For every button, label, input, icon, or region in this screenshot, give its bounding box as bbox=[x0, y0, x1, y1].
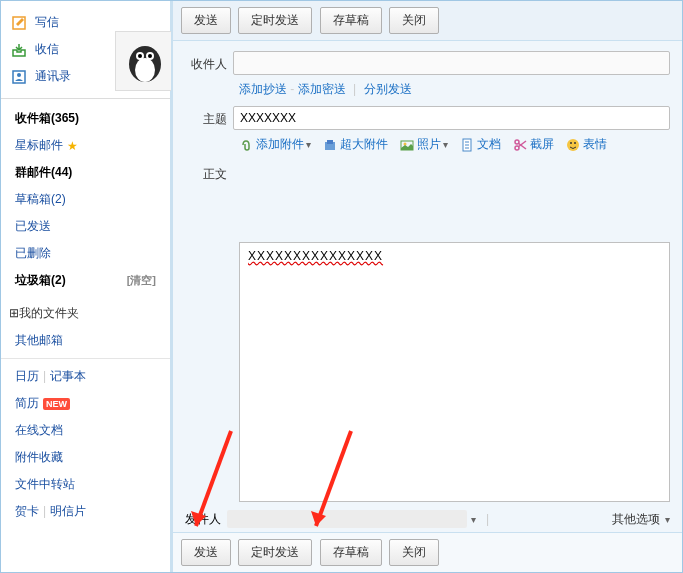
emoji-button[interactable]: 表情 bbox=[566, 136, 607, 153]
sidebar-item-cards[interactable]: 贺卡|明信片 bbox=[1, 498, 170, 525]
save-draft-button-bottom[interactable]: 存草稿 bbox=[320, 539, 382, 566]
send-button-bottom[interactable]: 发送 bbox=[181, 539, 231, 566]
screenshot-button[interactable]: 截屏 bbox=[513, 136, 554, 153]
plus-icon: ⊞ bbox=[9, 306, 19, 320]
svg-point-22 bbox=[570, 142, 572, 144]
star-icon: ★ bbox=[67, 139, 78, 153]
save-draft-button[interactable]: 存草稿 bbox=[320, 7, 382, 34]
compose-label: 写信 bbox=[35, 14, 59, 31]
avatar-placeholder bbox=[115, 31, 175, 91]
sidebar-item-drafts[interactable]: 草稿箱(2) bbox=[1, 186, 170, 213]
paperclip-icon bbox=[239, 138, 253, 152]
big-attachment-icon bbox=[323, 138, 337, 152]
contacts-label: 通讯录 bbox=[35, 68, 71, 85]
svg-point-8 bbox=[148, 54, 152, 58]
timed-send-button[interactable]: 定时发送 bbox=[238, 7, 312, 34]
sidebar-item-file-station[interactable]: 文件中转站 bbox=[1, 471, 170, 498]
chevron-down-icon: ▾ bbox=[665, 514, 670, 525]
subject-label: 主题 bbox=[185, 106, 233, 128]
sender-select[interactable] bbox=[227, 510, 467, 528]
sidebar-item-other-mailbox[interactable]: 其他邮箱 bbox=[1, 327, 170, 354]
body-text: XXXXXXXXXXXXXXX bbox=[248, 249, 383, 263]
chevron-down-icon: ▾ bbox=[306, 139, 311, 150]
svg-point-2 bbox=[17, 73, 21, 77]
close-button-bottom[interactable]: 关闭 bbox=[389, 539, 439, 566]
timed-send-button-bottom[interactable]: 定时发送 bbox=[238, 539, 312, 566]
sidebar-item-inbox[interactable]: 收件箱(365) bbox=[1, 105, 170, 132]
svg-point-21 bbox=[567, 139, 579, 151]
recipient-input[interactable] bbox=[233, 51, 670, 75]
sidebar-item-starred[interactable]: 星标邮件★ bbox=[1, 132, 170, 159]
other-options-link[interactable]: 其他选项 ▾ bbox=[612, 512, 670, 526]
send-separate-link[interactable]: 分别发送 bbox=[364, 82, 412, 96]
sidebar-item-sent[interactable]: 已发送 bbox=[1, 213, 170, 240]
main-panel: 发送 定时发送 存草稿 关闭 收件人 添加抄送 - 添加密送 | 分别发送 bbox=[171, 1, 682, 572]
docs-button[interactable]: 文档 bbox=[460, 136, 501, 153]
sidebar-item-attachments[interactable]: 附件收藏 bbox=[1, 444, 170, 471]
subject-input[interactable] bbox=[233, 106, 670, 130]
compose-icon bbox=[11, 15, 27, 31]
svg-point-23 bbox=[574, 142, 576, 144]
body-editor[interactable]: XXXXXXXXXXXXXXX bbox=[239, 242, 670, 502]
to-label: 收件人 bbox=[185, 51, 233, 73]
sidebar-item-spam[interactable]: 垃圾箱(2)[清空] bbox=[1, 267, 170, 294]
sender-label: 发件人 bbox=[185, 511, 221, 528]
photo-button[interactable]: 照片▾ bbox=[400, 136, 448, 153]
inbox-icon bbox=[11, 42, 27, 58]
send-button[interactable]: 发送 bbox=[181, 7, 231, 34]
top-toolbar: 发送 定时发送 存草稿 关闭 bbox=[173, 1, 682, 41]
sidebar-item-online-docs[interactable]: 在线文档 bbox=[1, 417, 170, 444]
sidebar-item-group[interactable]: 群邮件(44) bbox=[1, 159, 170, 186]
svg-point-4 bbox=[135, 58, 155, 82]
receive-label: 收信 bbox=[35, 41, 59, 58]
clear-spam-link[interactable]: [清空] bbox=[127, 273, 156, 288]
scissors-icon bbox=[513, 138, 527, 152]
body-label: 正文 bbox=[185, 161, 233, 262]
add-bcc-link[interactable]: 添加密送 bbox=[298, 82, 346, 96]
add-cc-link[interactable]: 添加抄送 bbox=[239, 82, 287, 96]
smiley-icon bbox=[566, 138, 580, 152]
sidebar-item-calendar[interactable]: 日历|记事本 bbox=[1, 363, 170, 390]
bottom-toolbar: 发送 定时发送 存草稿 关闭 bbox=[173, 532, 682, 572]
chevron-down-icon: ▾ bbox=[471, 514, 476, 525]
my-folders-toggle[interactable]: ⊞我的文件夹 bbox=[1, 300, 170, 327]
attachment-toolbar: 添加附件▾ 超大附件 照片▾ 文档 bbox=[239, 136, 670, 153]
sidebar: 写信 收信 通讯录 收件箱(365) 星标邮件★ 群邮件(44) 草 bbox=[1, 1, 171, 572]
contacts-icon bbox=[11, 69, 27, 85]
chevron-down-icon: ▾ bbox=[443, 139, 448, 150]
photo-icon bbox=[400, 138, 414, 152]
sidebar-item-resume[interactable]: 简历NEW bbox=[1, 390, 170, 417]
document-icon bbox=[460, 138, 474, 152]
big-attachment-button[interactable]: 超大附件 bbox=[323, 136, 388, 153]
add-attachment-button[interactable]: 添加附件▾ bbox=[239, 136, 311, 153]
new-badge: NEW bbox=[43, 398, 70, 410]
svg-point-7 bbox=[138, 54, 142, 58]
sidebar-item-deleted[interactable]: 已删除 bbox=[1, 240, 170, 267]
close-button[interactable]: 关闭 bbox=[389, 7, 439, 34]
svg-rect-10 bbox=[327, 140, 333, 144]
